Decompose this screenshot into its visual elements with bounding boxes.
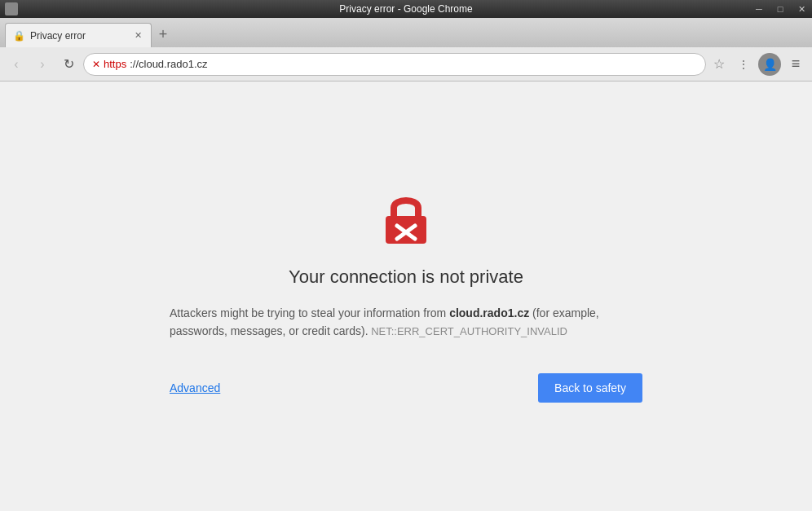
forward-icon: › (40, 57, 44, 72)
active-tab[interactable]: 🔒 Privacy error ✕ (5, 23, 152, 47)
address-bar[interactable]: ✕ https ://cloud.rado1.cz (83, 53, 706, 76)
reload-icon: ↻ (64, 56, 74, 72)
profile-button[interactable]: 👤 (758, 53, 781, 76)
https-label: https (104, 58, 126, 70)
reload-button[interactable]: ↻ (57, 53, 80, 76)
extensions-icon: ⋮ (739, 59, 748, 70)
new-tab-button[interactable]: + (152, 23, 174, 46)
url-path: ://cloud.rado1.cz (130, 58, 207, 70)
window-controls: ─ □ ✕ (748, 0, 812, 18)
error-desc-part1: Attackers might be trying to steal your … (170, 306, 449, 319)
error-description: Attackers might be trying to steal your … (170, 304, 642, 341)
window-icon (5, 2, 18, 15)
forward-button[interactable]: › (31, 53, 54, 76)
menu-icon: ≡ (792, 55, 801, 73)
minimize-button[interactable]: ─ (748, 0, 770, 18)
menu-button[interactable]: ≡ (784, 53, 807, 76)
close-button[interactable]: ✕ (791, 0, 812, 18)
error-title: Your connection is not private (289, 267, 523, 288)
lock-error-icon (377, 190, 435, 247)
tab-bar: 🔒 Privacy error ✕ + (0, 18, 812, 47)
bookmark-button[interactable]: ☆ (709, 55, 729, 74)
tab-close-button[interactable]: ✕ (131, 29, 144, 42)
warning-icon: ✕ (92, 59, 100, 70)
maximize-button[interactable]: □ (770, 0, 791, 18)
back-icon: ‹ (14, 57, 18, 72)
star-icon: ☆ (713, 56, 725, 72)
error-site-name: cloud.rado1.cz (449, 306, 529, 319)
profile-icon: 👤 (763, 58, 777, 71)
tab-page-icon: 🔒 (12, 29, 25, 42)
nav-bar: ‹ › ↻ ✕ https ://cloud.rado1.cz ☆ ⋮ 👤 ≡ (0, 47, 812, 81)
tab-label: Privacy error (30, 30, 86, 42)
back-button[interactable]: ‹ (5, 53, 28, 76)
advanced-link[interactable]: Advanced (170, 381, 220, 394)
error-actions: Advanced Back to safety (170, 373, 642, 403)
error-code: NET::ERR_CERT_AUTHORITY_INVALID (368, 325, 567, 337)
extensions-button[interactable]: ⋮ (732, 53, 755, 76)
title-bar-text: Privacy error - Google Chrome (339, 3, 472, 15)
error-page: Your connection is not private Attackers… (0, 81, 812, 511)
title-bar: Privacy error - Google Chrome ─ □ ✕ (0, 0, 812, 18)
back-to-safety-button[interactable]: Back to safety (538, 373, 642, 403)
